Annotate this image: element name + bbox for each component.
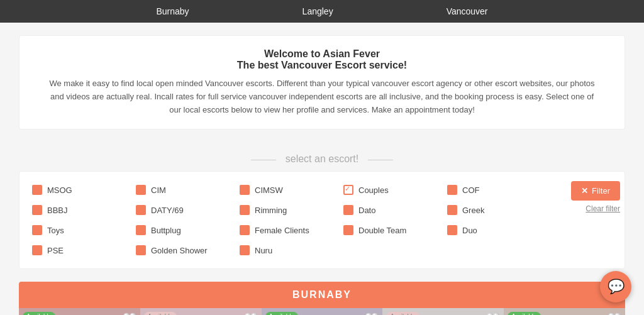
filter-item-toys[interactable]: Toys [32, 221, 136, 239]
heart-icon-3[interactable]: 🤍 [365, 312, 379, 315]
filter-item-couples[interactable]: Couples [343, 181, 447, 199]
welcome-title: Welcome to Asian Fever The best Vancouve… [45, 48, 599, 71]
filter-item-double-team[interactable]: Double Team [343, 221, 447, 239]
select-escort-label: select an escort! [0, 142, 644, 171]
filter-item-daty[interactable]: DATY/69 [136, 201, 240, 219]
nav-burnaby[interactable]: Burnaby [156, 6, 189, 16]
filter-item-greek[interactable]: Greek [447, 201, 551, 219]
available-badge-1: Available [23, 312, 55, 315]
heart-icon-5[interactable]: 🤍 [608, 312, 621, 315]
available-badge-3: Available [265, 312, 298, 315]
filter-item-buttplug[interactable]: Buttplug [136, 221, 240, 239]
escort-card-5[interactable]: Available 🤍 [504, 308, 625, 315]
filter-checkbox-cof[interactable] [447, 185, 457, 195]
filter-item-pse[interactable]: PSE [32, 241, 136, 259]
filter-section: MSOG CIM CIMSW Couples COF BBBJ DATY/69 [19, 171, 625, 269]
filter-checkbox-daty[interactable] [136, 205, 146, 215]
available-badge-2: Available [144, 312, 177, 315]
filter-item-empty1 [343, 241, 447, 259]
filter-checkbox-msog[interactable] [32, 185, 42, 195]
filter-checkbox-duo[interactable] [447, 225, 457, 235]
available-badge-4: Available [386, 312, 419, 315]
filter-item-empty2 [447, 241, 551, 259]
filter-checkbox-nuru[interactable] [240, 245, 250, 255]
chat-icon: 💬 [608, 279, 625, 295]
filter-button[interactable]: ✕ Filter [571, 181, 620, 201]
city-header: BURNABY [19, 282, 625, 308]
filter-checkbox-cim[interactable] [136, 185, 146, 195]
filter-item-cimsw[interactable]: CIMSW [240, 181, 343, 199]
top-nav: Burnaby Langley Vancouver [0, 0, 644, 23]
nav-langley[interactable]: Langley [303, 6, 333, 16]
filter-checkbox-female-clients[interactable] [240, 225, 250, 235]
filter-item-golden-shower[interactable]: Golden Shower [136, 241, 240, 259]
filter-checkbox-rimming[interactable] [240, 205, 250, 215]
filter-checkbox-double-team[interactable] [343, 225, 353, 235]
filter-checkbox-couples[interactable] [343, 185, 353, 195]
filter-checkbox-greek[interactable] [447, 205, 457, 215]
escort-card-2[interactable]: Available 🤍 [140, 308, 262, 315]
x-icon: ✕ [581, 186, 588, 196]
heart-icon-4[interactable]: 🤍 [486, 312, 500, 315]
filter-checkbox-buttplug[interactable] [136, 225, 146, 235]
filter-checkbox-toys[interactable] [32, 225, 42, 235]
city-section: BURNABY Available 🤍 🇨🇦 Available 🤍 Avail… [19, 282, 625, 315]
filter-item-msog[interactable]: MSOG [32, 181, 136, 199]
escort-card-3[interactable]: Available 🤍 [262, 308, 383, 315]
filter-item-duo[interactable]: Duo [447, 221, 551, 239]
cards-row: Available 🤍 🇨🇦 Available 🤍 Available 🤍 A… [19, 308, 625, 315]
welcome-box: Welcome to Asian Fever The best Vancouve… [19, 35, 625, 130]
filter-item-dato[interactable]: Dato [343, 201, 447, 219]
filter-checkbox-dato[interactable] [343, 205, 353, 215]
filter-item-rimming[interactable]: Rimming [240, 201, 343, 219]
clear-filter-link[interactable]: Clear filter [586, 204, 620, 213]
escort-card-1[interactable]: Available 🤍 🇨🇦 [19, 308, 140, 315]
heart-icon-2[interactable]: 🤍 [244, 312, 258, 315]
filter-item-cof[interactable]: COF [447, 181, 551, 199]
chat-button[interactable]: 💬 [600, 271, 631, 302]
escort-card-4[interactable]: Available 🤍 [382, 308, 504, 315]
filter-item-female-clients[interactable]: Female Clients [240, 221, 343, 239]
filter-item-bbbj[interactable]: BBBJ [32, 201, 136, 219]
available-badge-5: Available [508, 312, 540, 315]
filter-checkbox-golden-shower[interactable] [136, 245, 146, 255]
filter-grid: MSOG CIM CIMSW Couples COF BBBJ DATY/69 [32, 181, 551, 259]
welcome-body: We make it easy to find local open minde… [45, 77, 599, 116]
heart-icon-1[interactable]: 🤍 [123, 312, 136, 315]
filter-checkbox-pse[interactable] [32, 245, 42, 255]
nav-vancouver[interactable]: Vancouver [447, 6, 488, 16]
filter-checkbox-bbbj[interactable] [32, 205, 42, 215]
filter-item-nuru[interactable]: Nuru [240, 241, 343, 259]
filter-item-cim[interactable]: CIM [136, 181, 240, 199]
filter-checkbox-cimsw[interactable] [240, 185, 250, 195]
filter-actions: ✕ Filter Clear filter [551, 181, 620, 213]
